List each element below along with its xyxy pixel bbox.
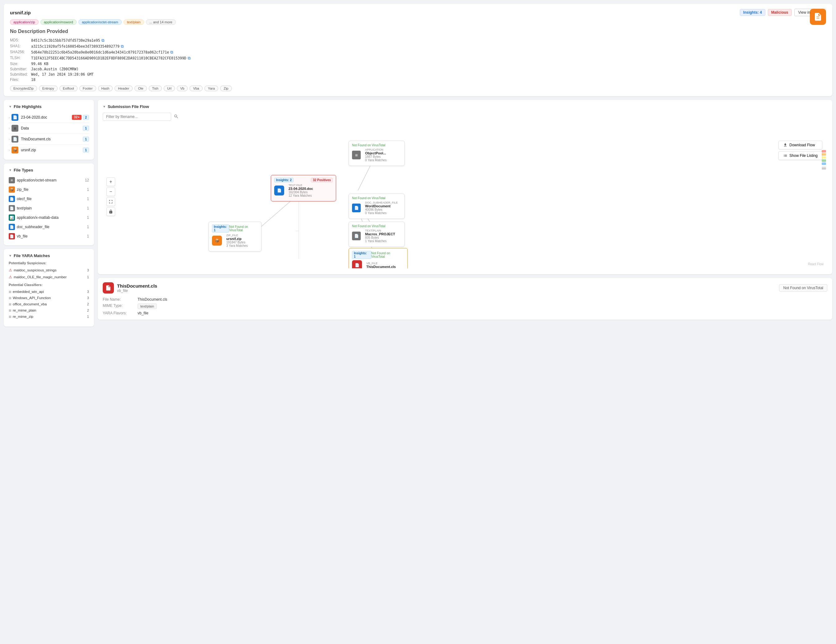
show-file-listing-button[interactable]: Show File Listing bbox=[779, 151, 822, 160]
download-flow-button[interactable]: Download Flow bbox=[779, 141, 822, 149]
pill-hash[interactable]: Hash bbox=[98, 86, 113, 91]
flow-node-thisdoc[interactable]: Insights: 1 Not Found on VirusTotal 📄 VB… bbox=[349, 248, 408, 268]
pill-zip[interactable]: Zip bbox=[220, 86, 232, 91]
flow-node-macros[interactable]: Not Found on VirusTotal 📄 TEXT/PLAIN Mac… bbox=[349, 222, 405, 247]
sha1-copy-icon[interactable]: ⧉ bbox=[121, 44, 124, 49]
yara-name-text: Windows_API_Function bbox=[13, 296, 51, 300]
submitted-label: Submitted: bbox=[10, 72, 29, 77]
size-label: Size: bbox=[10, 62, 29, 66]
pill-footer[interactable]: Footer bbox=[79, 86, 96, 91]
positives-badge-doc: 32 Positives bbox=[311, 178, 333, 182]
file-highlight-row[interactable]: › 📄 ThisDocument.cls 1 bbox=[9, 134, 89, 145]
yara-row-maldoc-strings[interactable]: ⚠ maldoc_suspicious_strings 3 bbox=[9, 267, 89, 274]
pill-entropy[interactable]: Entropy bbox=[39, 86, 57, 91]
malicious-badge[interactable]: Malicious bbox=[768, 9, 792, 16]
color-scale bbox=[822, 150, 826, 169]
yara-name-text: maldoc_suspicious_strings bbox=[14, 268, 56, 272]
node-yara-macros: 1 Yara Matches bbox=[365, 239, 395, 243]
ft-row-olecf[interactable]: 📄 olecf_file 1 bbox=[9, 194, 89, 204]
file-highlight-row[interactable]: › ⊞ Data 1 bbox=[9, 123, 89, 134]
yara-row-winapi[interactable]: ⊞ Windows_API_Function 3 bbox=[9, 295, 89, 301]
file-highlight-row[interactable]: › 📦 ursnif.zip 1 bbox=[9, 145, 89, 155]
node-icon-doc: 📄 bbox=[274, 186, 284, 196]
pill-url[interactable]: Url bbox=[164, 86, 175, 91]
tag-application-octet[interactable]: application/octet-stream bbox=[78, 19, 122, 25]
ft-name-olecf: olecf_file bbox=[17, 197, 31, 201]
pill-header[interactable]: Header bbox=[114, 86, 132, 91]
sha256-copy-icon[interactable]: ⧉ bbox=[170, 50, 173, 55]
tag-application-zip[interactable]: application/zip bbox=[10, 19, 39, 25]
detail-header: ThisDocument.cls vb_file Not Found on Vi… bbox=[103, 282, 827, 294]
ft-row-matlab[interactable]: 📊 application/x-matlab-data 1 bbox=[9, 213, 89, 222]
file-types-title[interactable]: ▼ File Types bbox=[9, 168, 89, 172]
fh-badges-cls: 1 bbox=[83, 137, 89, 142]
tag-more[interactable]: ... and 14 more bbox=[146, 19, 176, 25]
fit-view-button[interactable] bbox=[106, 197, 115, 206]
ft-row-octet[interactable]: ⊞ application/octet-stream 12 bbox=[9, 176, 89, 185]
ft-row-plain[interactable]: 📄 text/plain 1 bbox=[9, 204, 89, 213]
yara-row-mime-plain[interactable]: ⊞ re_mime_plain 2 bbox=[9, 307, 89, 314]
pill-exiftool[interactable]: Exiftool bbox=[59, 86, 77, 91]
react-flow-label: React Flow bbox=[808, 262, 823, 266]
detail-not-found-button[interactable]: Not Found on VirusTotal bbox=[779, 284, 827, 292]
file-highlight-row[interactable]: › 📄 23-04-2020.doc 32+ 2 bbox=[9, 112, 89, 123]
node-icon-appobj: ⊞ bbox=[352, 150, 361, 159]
flow-controls: + − bbox=[106, 177, 115, 216]
node-icon-root: 📦 bbox=[212, 235, 222, 245]
files-label: Files: bbox=[10, 77, 29, 82]
flow-node-appobj[interactable]: Not Found on VirusTotal ⊞ APPLICATION Ob… bbox=[349, 141, 405, 166]
flow-node-header-doc: 📄 TEXT FILE 23-04-2020.doc 162304 Bytes … bbox=[274, 184, 333, 197]
search-button[interactable] bbox=[174, 114, 179, 120]
pill-tish[interactable]: Tish bbox=[149, 86, 162, 91]
ft-icon-matlab: 📊 bbox=[9, 214, 15, 221]
ft-name-zip: zip_file bbox=[17, 187, 28, 192]
node-name-worddoc: WordDocument bbox=[365, 204, 398, 208]
ft-row-docsubheader[interactable]: 📄 doc_subheader_file 1 bbox=[9, 222, 89, 232]
insights-badge[interactable]: Insights: 4 bbox=[740, 9, 765, 16]
node-type-worddoc: DOC_SUBHEADER_FILE bbox=[365, 201, 398, 204]
tag-text-plain[interactable]: text/plain bbox=[124, 19, 144, 25]
tlsh-copy-icon[interactable]: ⧉ bbox=[188, 56, 191, 61]
yara-row-maldoc-ole[interactable]: ⚠ maldoc_OLE_file_magic_number 1 bbox=[9, 274, 89, 280]
flow-node-main-doc[interactable]: Insights: 2 32 Positives 📄 TEXT FILE 23-… bbox=[271, 175, 336, 201]
fh-name-zip: ursnif.zip bbox=[21, 148, 83, 152]
pill-vb[interactable]: Vb bbox=[177, 86, 188, 91]
yara-suspicious-section: Potentially Suspicious: ⚠ maldoc_suspici… bbox=[9, 261, 89, 280]
md5-copy-icon[interactable]: ⧉ bbox=[101, 38, 104, 43]
ft-row-vbfile[interactable]: 📄 vb_file 1 bbox=[9, 232, 89, 241]
top-card: ursnif.zip Insights: 4 Malicious View in… bbox=[4, 4, 832, 96]
ft-icon-zip: 📦 bbox=[9, 186, 15, 193]
ft-row-zip[interactable]: 📦 zip_file 1 bbox=[9, 185, 89, 194]
file-highlights-title[interactable]: ▼ File Highlights bbox=[9, 104, 89, 109]
submitted-value: Wed, 17 Jan 2024 19:28:06 GMT bbox=[31, 72, 826, 77]
pill-encryptedzip[interactable]: EncryptedZip bbox=[10, 86, 37, 91]
top-card-header: ursnif.zip Insights: 4 Malicious View in… bbox=[10, 9, 826, 16]
ft-name-plain: text/plain bbox=[17, 206, 32, 211]
yara-row-embedded[interactable]: ⊞ embedded_win_api 3 bbox=[9, 289, 89, 295]
lock-button[interactable] bbox=[106, 207, 115, 216]
grid-icon: ⊞ bbox=[9, 302, 11, 306]
node-bytes-doc: 162304 Bytes bbox=[289, 191, 313, 194]
pill-ole[interactable]: Ole bbox=[134, 86, 147, 91]
tag-application-msword[interactable]: application/msword bbox=[41, 19, 77, 25]
files-value: 18 bbox=[31, 77, 826, 82]
ft-count-zip: 1 bbox=[87, 187, 89, 192]
flow-node-worddoc[interactable]: Not Found on VirusTotal 📄 DOC_SUBHEADER_… bbox=[349, 194, 405, 219]
grid-icon: ⊞ bbox=[9, 296, 11, 300]
pill-vba[interactable]: Vba bbox=[189, 86, 202, 91]
expand-icon: › bbox=[9, 149, 10, 152]
flow-node-root[interactable]: Insights: 1 Not Found on VirusTotal 📦 ZI… bbox=[209, 222, 261, 252]
fh-icon-doc: 📄 bbox=[11, 114, 18, 121]
ft-name-matlab: application/x-matlab-data bbox=[17, 216, 59, 220]
pill-yara[interactable]: Yara bbox=[204, 86, 218, 91]
filter-input[interactable] bbox=[103, 113, 171, 121]
yara-count-vba: 2 bbox=[87, 302, 89, 306]
ft-count-olecf: 1 bbox=[87, 197, 89, 201]
yara-row-mime-zip[interactable]: ⊞ re_mime_zip 1 bbox=[9, 314, 89, 320]
ft-count-vbfile: 1 bbox=[87, 234, 89, 239]
yara-title[interactable]: ▼ File YARA Matches bbox=[9, 253, 89, 258]
yara-row-vba[interactable]: ⊞ office_document_vba 2 bbox=[9, 301, 89, 307]
zoom-out-button[interactable]: − bbox=[106, 187, 115, 196]
zoom-in-button[interactable]: + bbox=[106, 177, 115, 186]
yara-count-maldoc-strings: 3 bbox=[87, 268, 89, 272]
